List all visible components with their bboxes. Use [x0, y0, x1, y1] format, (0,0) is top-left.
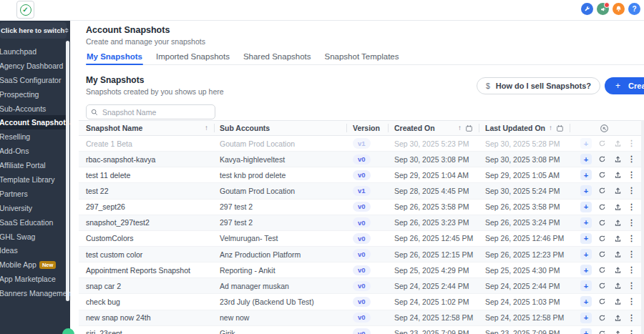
sidebar-item-affiliate-portal[interactable]: Affiliate Portal: [0, 158, 67, 172]
sidebar-item-reselling[interactable]: Reselling: [0, 129, 67, 144]
sidebar-item-template-library[interactable]: Template Library: [0, 172, 67, 187]
push-to-account-button[interactable]: +: [580, 328, 592, 334]
tab-snapshot-templates[interactable]: Snapshot Templates: [324, 49, 400, 64]
refresh-snapshot-button[interactable]: [597, 202, 608, 212]
table-row[interactable]: CustomColors Velmurugan- Test v0 Sep 26,…: [79, 231, 644, 247]
sidebar-item-university[interactable]: University: [0, 201, 67, 215]
column-header-version[interactable]: Version: [347, 121, 389, 135]
push-to-account-button[interactable]: +: [580, 202, 592, 212]
sidebar-scrollbar[interactable]: [66, 41, 69, 301]
sidebar-item-partners[interactable]: Partners: [0, 187, 67, 201]
refresh-snapshot-button[interactable]: [597, 296, 608, 307]
search-input[interactable]: [101, 107, 210, 117]
sidebar-item-agency-dashboard[interactable]: Agency Dashboard: [0, 59, 67, 73]
row-menu-button[interactable]: ⋮: [628, 328, 635, 334]
table-row[interactable]: siri_23sept Girik v0 Sep 23, 2025 7:09 P…: [79, 326, 644, 334]
sidebar-item-banners-management[interactable]: Banners Management: [0, 286, 67, 300]
refresh-snapshot-button[interactable]: [597, 265, 608, 275]
row-menu-button[interactable]: ⋮: [628, 170, 635, 180]
sidebar-item-app-marketplace[interactable]: App Marketplace: [0, 272, 67, 286]
sidebar-item-account-snapshots[interactable]: Account Snapshots: [0, 115, 67, 129]
push-to-account-button[interactable]: +: [580, 296, 592, 307]
refresh-snapshot-button[interactable]: [597, 328, 608, 334]
row-menu-button[interactable]: ⋮: [628, 280, 635, 291]
row-menu-button[interactable]: ⋮: [628, 233, 635, 244]
row-menu-button[interactable]: ⋮: [628, 313, 635, 323]
sidebar-item-add-ons[interactable]: Add-Ons: [0, 144, 67, 158]
column-header-last-updated-on[interactable]: Last Updated On ↑: [479, 121, 570, 135]
refresh-snapshot-button[interactable]: [597, 249, 608, 260]
share-snapshot-button[interactable]: [613, 217, 623, 228]
create-new-snapshot-button[interactable]: + Create New Snapshot: [605, 77, 644, 94]
refresh-snapshot-button[interactable]: [597, 217, 608, 228]
app-logo[interactable]: ✓: [16, 1, 34, 19]
share-snapshot-button[interactable]: [613, 154, 623, 164]
tab-imported-snapshots[interactable]: Imported Snapshots: [155, 49, 230, 64]
refresh-snapshot-button[interactable]: [597, 154, 608, 164]
table-scrollbar[interactable]: [641, 120, 644, 334]
column-header-created-on[interactable]: Created On ↑: [389, 121, 479, 135]
how-do-i-sell-snapshots-button[interactable]: $ How do I sell Snapshots?: [477, 77, 600, 94]
share-snapshot-button[interactable]: [613, 296, 623, 307]
calendar-icon[interactable]: [465, 124, 473, 132]
table-row[interactable]: snap car 2 Ad manager muskan v0 Sep 24, …: [79, 278, 644, 294]
share-snapshot-button[interactable]: [613, 265, 623, 275]
tab-shared-snapshots[interactable]: Shared Snapshots: [243, 49, 312, 64]
refresh-snapshot-button[interactable]: [597, 185, 608, 196]
table-row[interactable]: test 22 Goutam Prod Location v1 Sep 28, …: [79, 183, 644, 199]
refresh-snapshot-button[interactable]: [597, 313, 608, 323]
table-row[interactable]: new snap now 24th new now v0 Sep 24, 202…: [79, 310, 644, 326]
sidebar-item-saas-education[interactable]: SaaS Education: [0, 215, 67, 230]
row-menu-button[interactable]: ⋮: [628, 296, 635, 307]
sidebar-item-saas-configurator[interactable]: SaaS Configurator: [0, 73, 67, 87]
push-to-account-button[interactable]: +: [580, 154, 592, 164]
table-row[interactable]: Create 1 Beta Goutam Prod Location v1 Se…: [79, 136, 644, 152]
table-row[interactable]: Appointment Reports Snapshot Reporting -…: [79, 262, 644, 278]
sidebar-item-settings[interactable]: Settings: [0, 330, 67, 334]
push-to-account-button[interactable]: +: [580, 217, 592, 228]
push-to-account-button[interactable]: +: [580, 233, 592, 244]
row-menu-button[interactable]: ⋮: [628, 249, 635, 260]
restore-icon[interactable]: [600, 124, 609, 133]
row-menu-button[interactable]: ⋮: [628, 265, 635, 275]
share-snapshot-button[interactable]: [613, 233, 623, 244]
sidebar-item-sub-accounts[interactable]: Sub-Accounts: [0, 102, 67, 116]
share-snapshot-button[interactable]: [613, 249, 623, 260]
tools-icon[interactable]: [581, 3, 593, 15]
sidebar-item-ideas[interactable]: Ideas: [0, 243, 67, 257]
sidebar-item-ghl-swag[interactable]: GHL Swag: [0, 230, 67, 244]
push-to-account-button[interactable]: +: [580, 280, 592, 291]
table-row[interactable]: snapshot_297test2 297 test 2 v0 Sep 26, …: [79, 215, 644, 231]
notifications-bell-icon[interactable]: [613, 3, 625, 15]
share-snapshot-button[interactable]: [613, 280, 623, 291]
push-to-account-button[interactable]: +: [580, 138, 592, 149]
calendar-icon[interactable]: [556, 124, 564, 132]
sidebar-item-launchpad[interactable]: Launchpad: [0, 44, 67, 59]
share-snapshot-button[interactable]: [613, 170, 623, 180]
announcements-icon[interactable]: [597, 3, 609, 15]
row-menu-button[interactable]: ⋮: [628, 202, 635, 212]
table-row[interactable]: 297_sept26 297 test 2 v0 Sep 26, 2025 3:…: [79, 200, 644, 215]
table-row[interactable]: test 11 delete test knb prod delete v0 S…: [79, 167, 644, 183]
share-snapshot-button[interactable]: [613, 185, 623, 196]
push-to-account-button[interactable]: +: [580, 265, 592, 275]
sort-ascending-icon[interactable]: ↑: [549, 124, 552, 132]
tab-my-snapshots[interactable]: My Snapshots: [86, 49, 143, 64]
sort-ascending-icon[interactable]: ↑: [458, 124, 462, 132]
share-snapshot-button[interactable]: [613, 202, 623, 212]
sort-ascending-icon[interactable]: ↑: [205, 124, 208, 132]
row-menu-button[interactable]: ⋮: [628, 138, 635, 149]
table-row[interactable]: test custom color Anz Production Platfor…: [79, 247, 644, 262]
row-menu-button[interactable]: ⋮: [628, 185, 635, 196]
account-switcher[interactable]: Click here to switch: [0, 22, 67, 39]
push-to-account-button[interactable]: +: [580, 313, 592, 323]
push-to-account-button[interactable]: +: [580, 185, 592, 196]
table-row[interactable]: check bug 23rd July (Backend Ub Test) v0…: [79, 294, 644, 310]
refresh-snapshot-button[interactable]: [597, 280, 608, 291]
sidebar-item-prospecting[interactable]: Prospecting: [0, 87, 67, 102]
share-snapshot-button[interactable]: [613, 138, 623, 149]
share-snapshot-button[interactable]: [613, 328, 623, 334]
push-to-account-button[interactable]: +: [580, 170, 592, 180]
table-row[interactable]: rbac-snapshot-kavya Kavya-highleveltest …: [79, 152, 644, 167]
refresh-snapshot-button[interactable]: [597, 138, 608, 149]
